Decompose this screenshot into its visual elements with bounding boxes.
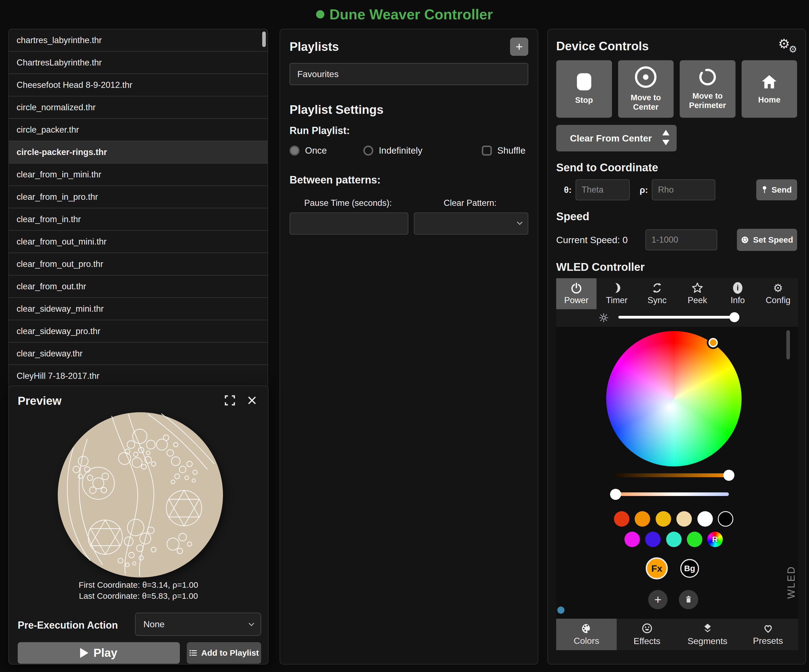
- set-speed-button[interactable]: Set Speed: [737, 229, 797, 251]
- swatch-aqua[interactable]: [666, 532, 681, 547]
- file-row-selected[interactable]: circle-packer-rings.thr: [9, 141, 267, 164]
- clear-from-center-select[interactable]: Clear From Center: [556, 125, 676, 151]
- trash-icon: [685, 595, 693, 604]
- file-row[interactable]: Cheesefoot Head 8-9-2012.thr: [9, 74, 267, 96]
- white-balance-slider[interactable]: [613, 492, 729, 496]
- home-button[interactable]: Home: [742, 60, 797, 118]
- spinner-arrows-icon[interactable]: [662, 130, 670, 145]
- move-to-perimeter-button[interactable]: Move to Perimeter: [680, 60, 735, 118]
- wled-scrollbar[interactable]: [786, 330, 790, 360]
- swatch-gold[interactable]: [656, 511, 671, 527]
- swatch-white[interactable]: [697, 511, 713, 527]
- theta-input[interactable]: [576, 179, 630, 200]
- value-slider-thumb[interactable]: [723, 470, 734, 481]
- file-row[interactable]: ChartresLabyrinthe.thr: [9, 52, 267, 74]
- radio-indefinitely[interactable]: [363, 146, 373, 156]
- file-row[interactable]: clear_from_in.thr: [9, 208, 267, 231]
- color-wheel-marker[interactable]: [707, 336, 720, 349]
- wled-controller-frame: Power Timer Sync: [556, 278, 798, 650]
- chevron-down-icon: [517, 221, 523, 225]
- status-dot-icon: [316, 10, 324, 18]
- swatch-green[interactable]: [687, 532, 702, 547]
- star-icon: [692, 282, 703, 294]
- file-row[interactable]: clear_sideway_mini.thr: [9, 298, 267, 320]
- wled-toolbar: Power Timer Sync: [556, 278, 798, 327]
- file-row[interactable]: clear_sideway_pro.thr: [9, 320, 267, 343]
- swatch-orange[interactable]: [634, 511, 650, 527]
- pre-execution-select[interactable]: None: [135, 613, 261, 636]
- bg-button[interactable]: Bg: [680, 559, 699, 578]
- theta-label: θ:: [564, 185, 572, 195]
- speed-input[interactable]: [645, 229, 717, 250]
- tab-segments[interactable]: Segments: [677, 619, 738, 650]
- file-row[interactable]: clear_from_out_mini.thr: [9, 231, 267, 253]
- add-color-button[interactable]: +: [648, 590, 668, 609]
- value-slider[interactable]: [613, 473, 729, 477]
- info-icon: i: [733, 282, 742, 294]
- file-row[interactable]: clear_from_in_mini.thr: [9, 164, 267, 186]
- move-to-center-button[interactable]: Move to Center: [618, 60, 674, 118]
- wled-timer-button[interactable]: Timer: [596, 278, 637, 309]
- file-list-scrollbar[interactable]: [262, 32, 266, 47]
- run-indefinitely-option[interactable]: Indefinitely: [363, 145, 423, 156]
- shuffle-checkbox[interactable]: [482, 146, 492, 156]
- rho-input[interactable]: [652, 179, 715, 200]
- delete-color-button[interactable]: [679, 590, 698, 609]
- once-label: Once: [305, 145, 327, 156]
- swatch-random[interactable]: R: [707, 532, 723, 547]
- close-icon[interactable]: [247, 395, 257, 405]
- file-row[interactable]: clear_sideway.thr: [9, 343, 267, 365]
- playlist-list-icon: [189, 649, 197, 657]
- add-to-playlist-button[interactable]: Add to Playlist: [187, 642, 261, 664]
- wled-power-button[interactable]: Power: [556, 278, 596, 309]
- swatch-blue[interactable]: [645, 532, 661, 547]
- add-to-playlist-label: Add to Playlist: [201, 648, 258, 658]
- wled-controller-title: WLED Controller: [556, 261, 797, 273]
- pause-time-label: Pause Time (seconds):: [290, 198, 406, 208]
- between-patterns-label: Between patterns:: [290, 174, 528, 186]
- file-row[interactable]: clear_from_in_pro.thr: [9, 186, 267, 208]
- white-balance-slider-thumb[interactable]: [610, 489, 621, 500]
- pause-time-input[interactable]: [290, 212, 408, 235]
- tab-effects[interactable]: Effects: [617, 619, 677, 650]
- speed-title: Speed: [556, 210, 797, 223]
- speed-dial-icon: [741, 236, 749, 244]
- send-button[interactable]: Send: [756, 179, 797, 200]
- swatch-magenta[interactable]: [624, 532, 640, 547]
- wled-sync-button[interactable]: Sync: [637, 278, 677, 309]
- swatch-black[interactable]: [718, 511, 733, 527]
- brightness-slider[interactable]: [618, 316, 739, 319]
- color-wheel[interactable]: [606, 331, 742, 466]
- file-row[interactable]: circle_packer.thr: [9, 119, 267, 141]
- wled-info-button[interactable]: i Info: [718, 278, 758, 309]
- file-row[interactable]: clear_from_out.thr: [9, 276, 267, 298]
- run-once-option[interactable]: Once: [290, 145, 327, 156]
- rho-label: ρ:: [639, 185, 648, 195]
- wled-peek-button[interactable]: Peek: [677, 278, 718, 309]
- moon-icon: [611, 282, 622, 294]
- playlist-item[interactable]: Favourites: [290, 63, 528, 85]
- wled-config-button[interactable]: ⚙ Config: [758, 278, 798, 309]
- page-indicator-dot: [557, 606, 564, 614]
- tab-colors[interactable]: Colors: [556, 619, 617, 650]
- swatch-red[interactable]: [614, 511, 629, 527]
- brightness-slider-thumb[interactable]: [729, 312, 739, 322]
- tab-presets[interactable]: Presets: [738, 619, 798, 650]
- app-title: Dune Weaver Controller: [329, 6, 493, 23]
- file-row[interactable]: circle_normalized.thr: [9, 96, 267, 119]
- file-row[interactable]: chartres_labyrinthe.thr: [9, 29, 267, 52]
- play-button[interactable]: Play: [18, 642, 180, 664]
- add-playlist-button[interactable]: +: [510, 38, 528, 56]
- file-row[interactable]: CleyHill 7-18-2017.thr: [9, 365, 267, 387]
- play-icon: [80, 648, 89, 658]
- fx-button[interactable]: Fx: [646, 557, 668, 580]
- swatch-cream[interactable]: [676, 511, 692, 527]
- file-row[interactable]: clear_from_out_pro.thr: [9, 253, 267, 276]
- radio-once[interactable]: [290, 146, 299, 156]
- stop-button[interactable]: Stop: [556, 60, 612, 118]
- shuffle-option[interactable]: Shuffle: [482, 145, 525, 156]
- settings-gears-icon[interactable]: ⚙⚙: [772, 38, 797, 57]
- clear-pattern-select[interactable]: [414, 212, 528, 235]
- fullscreen-icon[interactable]: [224, 395, 235, 406]
- device-controls-panel: Device Controls ⚙⚙ Stop Move to Center M…: [547, 29, 806, 665]
